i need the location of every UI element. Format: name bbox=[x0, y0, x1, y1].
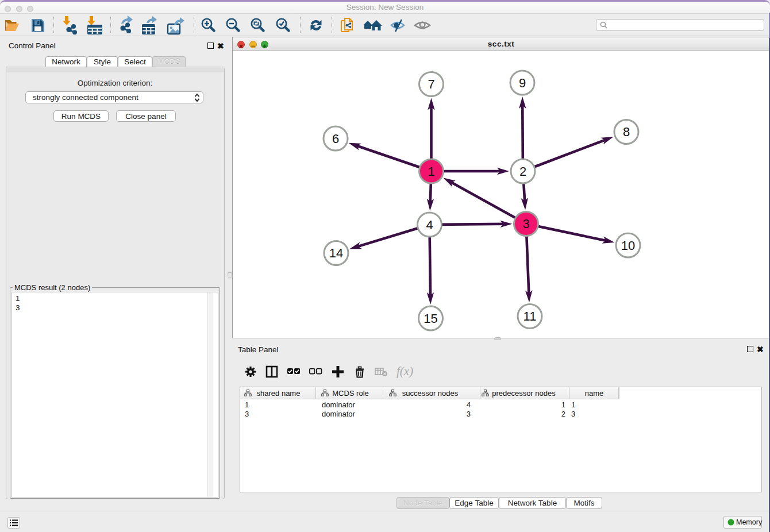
svg-text:10: 10 bbox=[621, 238, 635, 253]
svg-text:6: 6 bbox=[332, 132, 339, 146]
svg-text:11: 11 bbox=[523, 309, 537, 323]
svg-text:2: 2 bbox=[519, 164, 526, 179]
svg-text:8: 8 bbox=[623, 125, 630, 139]
svg-text:4: 4 bbox=[426, 218, 433, 232]
svg-text:1: 1 bbox=[428, 164, 434, 179]
svg-text:9: 9 bbox=[519, 76, 526, 90]
svg-text:15: 15 bbox=[424, 311, 437, 326]
svg-text:7: 7 bbox=[428, 77, 434, 91]
svg-text:3: 3 bbox=[522, 217, 529, 231]
svg-text:14: 14 bbox=[329, 246, 343, 260]
